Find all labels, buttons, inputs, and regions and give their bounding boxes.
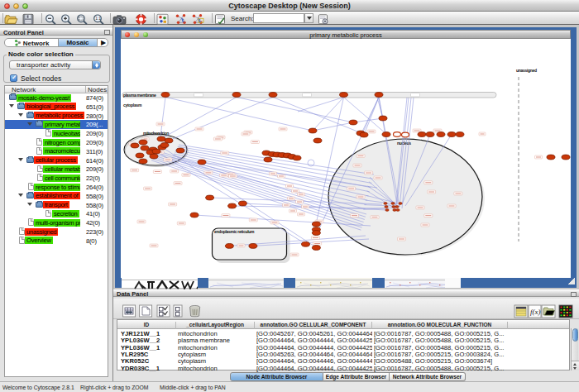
svg-text:mitochondrion: mitochondrion — [143, 131, 169, 136]
svg-text:f(x): f(x) — [530, 308, 541, 316]
svg-text:unassigned: unassigned — [516, 68, 537, 73]
svg-text:plasma membrane: plasma membrane — [123, 93, 156, 98]
svg-text:cytoplasm: cytoplasm — [123, 103, 142, 108]
svg-text:1:1: 1:1 — [95, 16, 101, 21]
svg-text:endoplasmic reticulum: endoplasmic reticulum — [214, 229, 255, 234]
